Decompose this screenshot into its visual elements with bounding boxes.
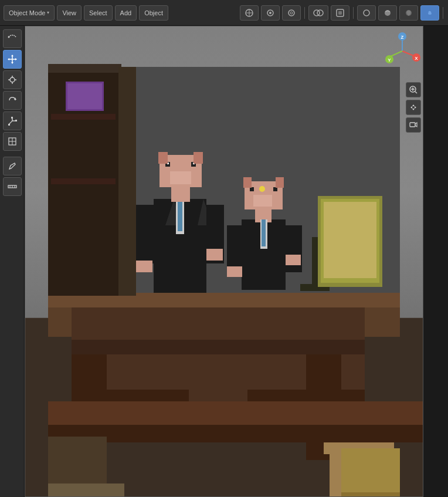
svg-rect-10: [338, 11, 342, 15]
svg-marker-19: [11, 62, 13, 64]
svg-point-4: [269, 12, 271, 14]
scene-canvas: [25, 26, 423, 497]
svg-text:Z: Z: [401, 35, 404, 40]
svg-rect-55: [410, 123, 415, 127]
material-preview-icon[interactable]: [399, 5, 418, 21]
scale-tool-button[interactable]: [3, 111, 22, 130]
svg-line-54: [415, 92, 417, 93]
svg-marker-18: [11, 55, 13, 56]
snap-icon[interactable]: [261, 5, 280, 21]
svg-marker-21: [15, 58, 17, 60]
svg-point-5: [289, 10, 294, 16]
separator-1: [304, 7, 305, 19]
move-tool-button[interactable]: [3, 50, 22, 69]
svg-point-15: [8, 36, 9, 38]
object-menu-button[interactable]: Object: [139, 5, 168, 21]
measure-tool-button[interactable]: [3, 177, 22, 196]
svg-point-22: [10, 77, 15, 82]
proportional-edit-icon[interactable]: [282, 5, 301, 21]
solid-icon[interactable]: [378, 5, 397, 21]
viewport[interactable]: [25, 26, 423, 497]
viewport-controls: [406, 82, 421, 133]
svg-text:X: X: [415, 56, 418, 61]
separator-2: [353, 7, 354, 19]
svg-point-8: [317, 10, 323, 16]
wireframe-icon[interactable]: [357, 5, 376, 21]
overlay-icon[interactable]: [308, 5, 328, 21]
rotate-tool-button[interactable]: [3, 91, 22, 110]
xray-icon[interactable]: [331, 5, 349, 21]
svg-rect-32: [11, 117, 13, 119]
viewport-gizmo-icon[interactable]: [240, 5, 259, 21]
svg-point-11: [364, 10, 369, 16]
add-menu-button[interactable]: Add: [115, 5, 137, 21]
svg-marker-20: [8, 58, 9, 60]
svg-text:Y: Y: [388, 58, 391, 63]
svg-marker-56: [415, 123, 417, 127]
view-menu-button[interactable]: View: [57, 5, 82, 21]
zoom-in-btn[interactable]: [406, 82, 421, 97]
cursor-tool-button[interactable]: [3, 70, 22, 89]
rendered-icon[interactable]: [420, 5, 439, 21]
object-mode-dropdown-arrow: ▾: [47, 10, 49, 15]
pan-btn[interactable]: [406, 100, 421, 115]
select-tool-button[interactable]: [3, 29, 22, 48]
transform-tool-button[interactable]: [3, 132, 22, 151]
camera-view-btn[interactable]: [406, 117, 421, 133]
annotate-tool-button[interactable]: [3, 157, 22, 175]
svg-point-6: [290, 12, 293, 14]
svg-rect-31: [15, 120, 17, 121]
select-menu-button[interactable]: Select: [84, 5, 113, 21]
object-mode-button[interactable]: Object Mode ▾: [4, 5, 55, 21]
top-toolbar: Object Mode ▾ View Select Add Object: [0, 0, 448, 26]
left-sidebar: [0, 26, 25, 497]
axis-gizmo[interactable]: Z X Y: [383, 32, 421, 70]
separator-3: [443, 7, 443, 19]
svg-rect-33: [8, 124, 10, 126]
